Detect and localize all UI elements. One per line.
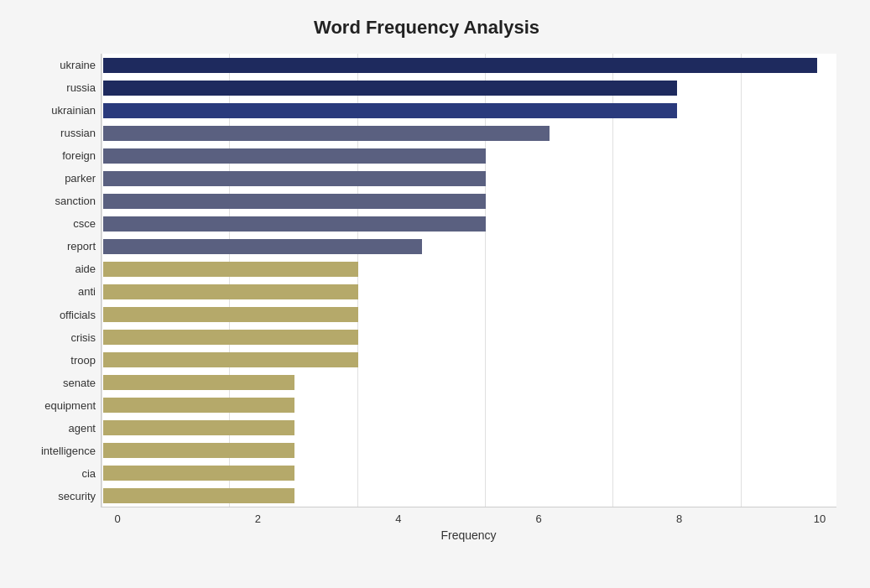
bar-agent: [103, 420, 294, 435]
bar-anti: [103, 284, 358, 299]
chart-area: ukrainerussiaukrainianrussianforeignpark…: [17, 54, 836, 507]
y-label: equipment: [44, 394, 96, 416]
bar-ukraine: [103, 58, 817, 73]
bar-cia: [103, 466, 294, 481]
bar-report: [103, 239, 422, 254]
bar-csce: [103, 216, 486, 232]
bar-officials: [103, 307, 358, 322]
y-label: senate: [63, 372, 96, 393]
y-label: ukrainian: [51, 100, 96, 122]
chart-title: Word Frequency Analysis: [17, 17, 836, 39]
bar-row: [102, 462, 836, 484]
bar-row: [102, 394, 836, 416]
x-tick-label: 4: [382, 513, 415, 525]
bar-row: [102, 55, 836, 76]
bar-row: [102, 190, 836, 212]
bar-intelligence: [103, 443, 294, 458]
bar-row: [102, 213, 836, 235]
y-label: report: [67, 236, 96, 258]
bar-aide: [103, 262, 358, 277]
bar-foreign: [103, 148, 486, 164]
y-label: aide: [75, 258, 96, 280]
y-label: ukraine: [60, 55, 96, 76]
bar-russian: [103, 126, 550, 141]
bar-row: [102, 349, 836, 371]
x-axis: 0246810: [101, 507, 836, 525]
bar-row: [102, 326, 836, 348]
bar-ukrainian: [103, 103, 677, 118]
y-label: parker: [65, 168, 96, 190]
y-label: sanction: [55, 190, 96, 212]
x-tick-label: 2: [241, 513, 274, 525]
bar-row: [102, 236, 836, 258]
x-tick-label: 0: [101, 513, 134, 525]
bar-row: [102, 440, 836, 461]
y-label: russia: [66, 77, 96, 99]
y-label: csce: [73, 213, 96, 235]
bar-troop: [103, 352, 358, 367]
y-label: security: [58, 485, 96, 507]
bar-row: [102, 372, 836, 393]
y-label: officials: [60, 304, 96, 325]
bar-equipment: [103, 398, 294, 413]
y-label: cia: [81, 462, 96, 484]
chart-container: Word Frequency Analysis ukrainerussiaukr…: [0, 0, 870, 588]
y-label: crisis: [70, 326, 96, 348]
bar-row: [102, 281, 836, 303]
bar-row: [102, 168, 836, 190]
y-label: agent: [68, 417, 96, 439]
x-tick-label: 10: [803, 513, 836, 525]
bar-parker: [103, 171, 486, 186]
y-label: troop: [70, 349, 96, 371]
y-label: russian: [60, 122, 96, 144]
y-label: anti: [78, 281, 96, 303]
bar-senate: [103, 375, 294, 390]
bar-row: [102, 145, 836, 167]
x-axis-title: Frequency: [101, 528, 836, 542]
bar-row: [102, 304, 836, 325]
x-tick-label: 6: [522, 513, 555, 525]
bar-row: [102, 100, 836, 122]
y-label: foreign: [62, 145, 96, 167]
bar-security: [103, 488, 294, 503]
y-label: intelligence: [41, 440, 96, 461]
bar-row: [102, 122, 836, 144]
bar-russia: [103, 81, 677, 96]
y-labels: ukrainerussiaukrainianrussianforeignpark…: [17, 54, 101, 507]
bar-row: [102, 485, 836, 507]
bar-row: [102, 417, 836, 439]
bar-row: [102, 258, 836, 280]
x-tick-label: 8: [663, 513, 696, 525]
bar-crisis: [103, 330, 358, 345]
bars-area: [101, 54, 836, 507]
bar-row: [102, 77, 836, 99]
bar-sanction: [103, 194, 486, 209]
